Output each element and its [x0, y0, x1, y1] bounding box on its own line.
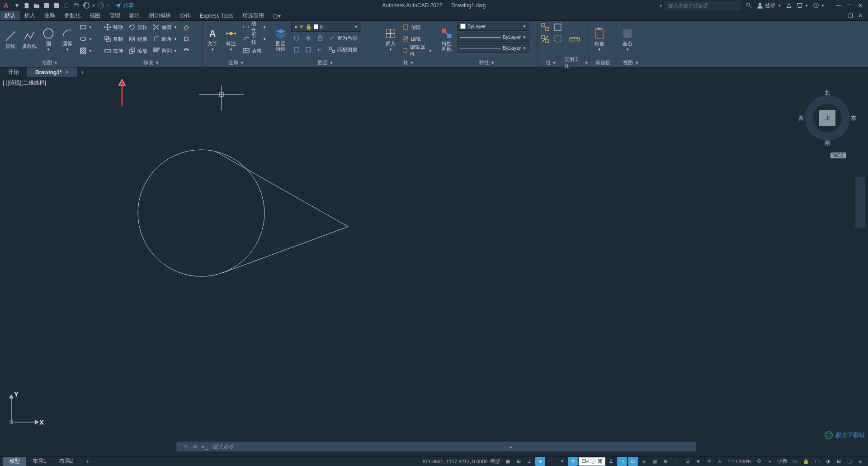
sb-dynamic-input-icon[interactable]: +	[535, 457, 545, 466]
tab-layout-add-icon[interactable]: +	[79, 457, 95, 466]
tab-start[interactable]: 开始	[0, 67, 27, 77]
match-props-button[interactable]: 特性 匹配	[438, 22, 455, 57]
open-icon[interactable]	[32, 0, 42, 10]
circle-button[interactable]: 圆▼	[40, 22, 57, 57]
saveas-icon[interactable]	[52, 0, 61, 10]
sb-3dosnap-icon[interactable]: □	[617, 457, 627, 466]
array-button[interactable]: 阵列▼	[151, 45, 179, 56]
match-layer-button[interactable]: 匹配图层	[326, 44, 379, 55]
sb-isodraft-icon[interactable]: ⟲	[568, 457, 578, 466]
arc-button[interactable]: 圆弧▼	[59, 22, 76, 57]
group-edit-icon[interactable]	[552, 22, 563, 33]
tab-more-icon[interactable]: ▢▾	[269, 11, 285, 20]
drawing-canvas[interactable]: [-][俯视][二维线框] Y X 北 南 东 西 上 WCS	[0, 77, 868, 442]
tab-addins[interactable]: 附加模块	[145, 11, 175, 20]
make-current-button[interactable]: 置为当前	[326, 33, 379, 43]
tab-model[interactable]: 模型	[3, 457, 26, 466]
basepoint-button[interactable]: 基点▼	[619, 22, 636, 57]
block-create-button[interactable]: 创建	[400, 22, 434, 33]
group-panel-title[interactable]: 组▼	[538, 58, 564, 67]
layer-freeze-icon[interactable]	[303, 33, 314, 43]
tab-annotate[interactable]: 注释	[40, 11, 60, 20]
sb-customize-icon[interactable]: ≡	[855, 457, 865, 466]
sb-osnap-icon[interactable]: ∠	[606, 457, 616, 466]
sb-gizmo-icon[interactable]: ✛	[704, 457, 714, 466]
hatch-button[interactable]: ▼	[78, 45, 94, 56]
sb-cleanscreen-icon[interactable]: ▢	[844, 457, 854, 466]
trim-button[interactable]: 修剪▼	[151, 22, 179, 33]
lineweight-dropdown[interactable]: ByLayer▼	[457, 33, 529, 42]
cmd-history-icon[interactable]: ▴	[507, 443, 515, 450]
tab-express[interactable]: Express Tools	[195, 11, 238, 20]
dimension-button[interactable]: 标注▼	[223, 22, 240, 57]
search-icon[interactable]	[746, 2, 752, 9]
viewcube-top-face[interactable]: 上	[819, 110, 835, 126]
rotate-button[interactable]: 旋转	[127, 22, 149, 33]
layer-uniso-icon[interactable]	[303, 44, 314, 55]
search-input[interactable]: 键入关键字或短语	[665, 1, 741, 10]
stretch-button[interactable]: 拉伸	[102, 45, 125, 56]
tab-close-icon[interactable]: ×	[66, 69, 69, 76]
viewcube[interactable]: 北 南 东 西 上	[800, 91, 854, 145]
tab-default[interactable]: 默认	[0, 11, 20, 20]
cmd-input[interactable]: 键入命令	[210, 443, 507, 451]
nav-orbit-icon[interactable]	[857, 209, 864, 216]
sb-hardware-icon[interactable]: ⊞	[834, 457, 844, 466]
sb-snap-icon[interactable]: ⊞	[514, 457, 524, 466]
table-button[interactable]: 表格	[241, 45, 268, 56]
close-icon[interactable]: ✕	[855, 1, 865, 10]
cmd-close-icon[interactable]: ×	[181, 443, 190, 450]
autodesk-account-icon[interactable]: ▼	[797, 2, 808, 9]
layer-prev-icon[interactable]	[315, 44, 326, 55]
sb-transparency-icon[interactable]: ▤	[650, 457, 660, 466]
utils-panel-title[interactable]: 实用工具▼	[564, 58, 589, 67]
cmd-customize-icon[interactable]: ⚙	[190, 443, 200, 450]
save-icon[interactable]	[42, 0, 52, 10]
plot-icon[interactable]	[71, 0, 81, 10]
nav-zoom-icon[interactable]	[857, 199, 864, 206]
undo-dropdown-icon[interactable]: ▼	[91, 0, 96, 10]
maximize-icon[interactable]: □	[844, 1, 854, 10]
redo-icon[interactable]	[96, 0, 106, 10]
linear-button[interactable]: 线性▼	[241, 22, 268, 33]
annotate-panel-title[interactable]: 注释▼	[203, 58, 270, 67]
sb-annoscale-icon[interactable]: ⅄	[715, 457, 725, 466]
undo-icon[interactable]	[81, 0, 91, 10]
layer-dropdown[interactable]: ● ☀ 🔓 0 ▼	[291, 22, 361, 32]
sb-plus-icon[interactable]: +	[765, 457, 775, 466]
sb-gear-icon[interactable]: ⚙	[754, 457, 764, 466]
rectangle-button[interactable]: ▼	[78, 22, 94, 33]
polyline-button[interactable]: 多段线	[21, 22, 38, 57]
doc-restore-icon[interactable]: ❐	[845, 12, 855, 20]
sb-otrack-icon[interactable]: ▭	[628, 457, 638, 466]
text-button[interactable]: A文字▼	[204, 22, 221, 57]
sb-scale-readout[interactable]: 1:1 / 100%	[726, 457, 753, 466]
block-attr-button[interactable]: 编辑属性▼	[400, 45, 434, 56]
mirror-button[interactable]: 镜像	[127, 33, 149, 44]
move-button[interactable]: 移动	[102, 22, 125, 33]
help-icon[interactable]: ?▼	[813, 2, 825, 9]
color-dropdown[interactable]: ByLayer▼	[457, 22, 529, 31]
layer-off-icon[interactable]	[291, 33, 302, 43]
tab-layout2[interactable]: 布局2	[53, 457, 80, 466]
sb-model-toggle[interactable]: 模型	[488, 457, 502, 466]
group-bbox-icon[interactable]	[552, 33, 563, 44]
measure-button[interactable]	[566, 22, 583, 57]
sb-infer-icon[interactable]: ⊥	[524, 457, 534, 466]
sb-quickprops-icon[interactable]: ▭	[790, 457, 800, 466]
tab-view[interactable]: 视图	[85, 11, 105, 20]
layer-iso-icon[interactable]	[291, 44, 302, 55]
ucs-icon[interactable]: Y X	[5, 388, 45, 429]
draw-panel-title[interactable]: 绘图▼	[0, 58, 100, 67]
redo-dropdown-icon[interactable]: ▼	[106, 0, 110, 10]
autodesk-app-icon[interactable]	[786, 2, 792, 9]
minimize-icon[interactable]: —	[834, 1, 844, 10]
copy-button[interactable]: 复制	[102, 33, 125, 44]
insert-block-button[interactable]: 插入▼	[383, 22, 398, 57]
sb-cycling-icon[interactable]: ⊕	[660, 457, 670, 466]
sb-polar-icon[interactable]: ✦	[557, 457, 567, 466]
props-panel-title[interactable]: 特性▼	[436, 58, 538, 67]
tab-output[interactable]: 输出	[125, 11, 145, 20]
layer-lock-icon[interactable]	[315, 33, 326, 43]
erase-icon[interactable]	[181, 22, 192, 33]
